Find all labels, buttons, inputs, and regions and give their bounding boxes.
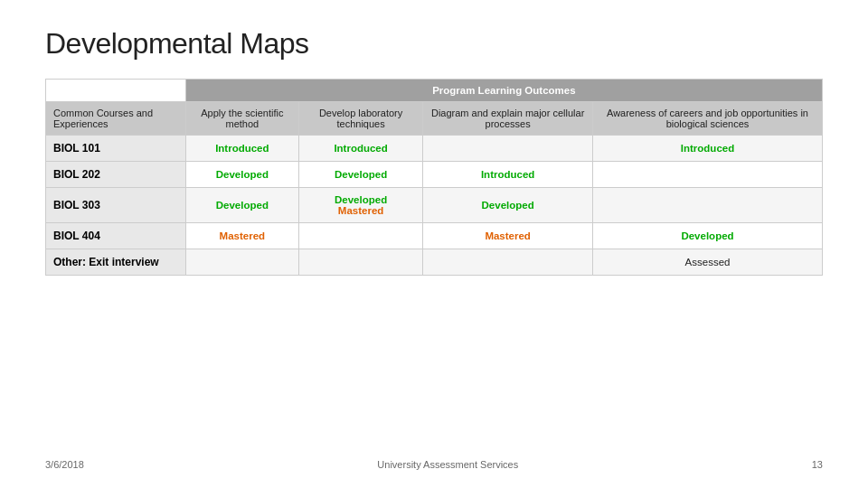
cell-0-1: Introduced [298, 136, 422, 162]
course-label: Other: Exit interview [46, 249, 186, 276]
cell-0-0: Introduced [185, 136, 298, 162]
cell-1-1: Developed [298, 162, 422, 188]
col-header-0: Apply the scientific method [185, 102, 298, 136]
cell-4-3: Assessed [593, 249, 823, 276]
cell-0-3: Introduced [593, 136, 823, 162]
table-wrapper: Program Learning Outcomes Common Courses… [45, 79, 823, 452]
plo-header-label: Program Learning Outcomes [185, 80, 822, 102]
cell-4-2 [423, 249, 593, 276]
cell-1-2: Introduced [423, 162, 593, 188]
cell-1-3 [593, 162, 823, 188]
cell-4-0 [185, 249, 298, 276]
row-header-label: Common Courses and Experiences [46, 102, 186, 136]
plo-header-row: Program Learning Outcomes [46, 80, 823, 102]
footer-page: 13 [812, 459, 823, 470]
footer-date: 3/6/2018 [45, 459, 84, 470]
course-label: BIOL 404 [46, 223, 186, 249]
column-header-row: Common Courses and Experiences Apply the… [46, 102, 823, 136]
cell-2-2: Developed [423, 188, 593, 223]
table-row: Other: Exit interview Assessed [46, 249, 823, 276]
cell-3-0: Mastered [185, 223, 298, 249]
table-row: BIOL 303 Developed Developed Mastered De… [46, 188, 823, 223]
cell-1-0: Developed [185, 162, 298, 188]
table-row: BIOL 202 Developed Developed Introduced [46, 162, 823, 188]
course-label: BIOL 303 [46, 188, 186, 223]
course-label: BIOL 101 [46, 136, 186, 162]
col-header-2: Diagram and explain major cellular proce… [423, 102, 593, 136]
footer-center: University Assessment Services [377, 459, 518, 470]
cell-3-1 [298, 223, 422, 249]
cell-3-3: Developed [593, 223, 823, 249]
table-row: BIOL 101 Introduced Introduced Introduce… [46, 136, 823, 162]
footer: 3/6/2018 University Assessment Services … [45, 459, 823, 470]
cell-2-3 [593, 188, 823, 223]
col-header-1: Develop laboratory techniques [298, 102, 422, 136]
plo-header-empty [46, 80, 186, 102]
developmental-maps-table: Program Learning Outcomes Common Courses… [45, 79, 823, 276]
page-title: Developmental Maps [45, 27, 823, 61]
page: Developmental Maps Program Learning Outc… [0, 0, 868, 488]
col-header-3: Awareness of careers and job opportuniti… [593, 102, 823, 136]
cell-0-2 [423, 136, 593, 162]
course-label: BIOL 202 [46, 162, 186, 188]
cell-4-1 [298, 249, 422, 276]
cell-2-0: Developed [185, 188, 298, 223]
cell-2-1: Developed Mastered [298, 188, 422, 223]
cell-3-2: Mastered [423, 223, 593, 249]
table-row: BIOL 404 Mastered Mastered Developed [46, 223, 823, 249]
